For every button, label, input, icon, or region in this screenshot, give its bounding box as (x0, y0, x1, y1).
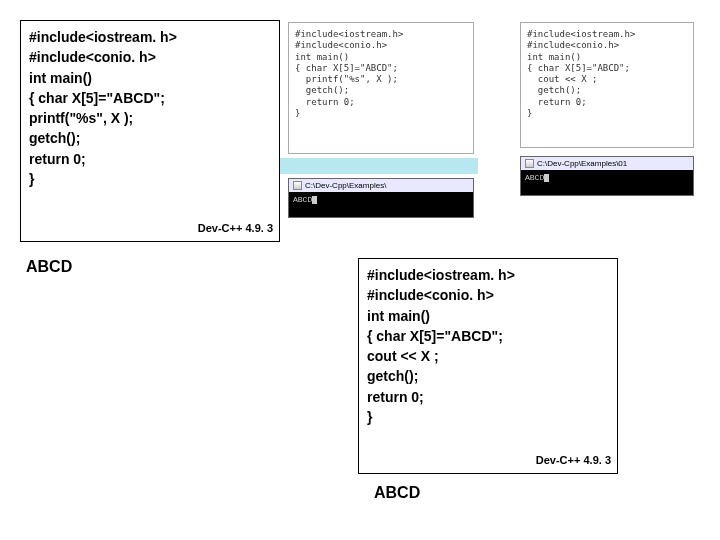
console-output: ABCD (525, 173, 544, 182)
console-output: ABCD (293, 195, 312, 204)
console-titlebar: C:\Dev-Cpp\Examples\01 (521, 157, 693, 170)
console-title-text: C:\Dev-Cpp\Examples\ (305, 181, 386, 190)
cursor-icon (312, 196, 317, 204)
cmd-icon (293, 181, 302, 190)
code-line: return 0; (367, 387, 609, 407)
code-box-printf: #include<iostream. h> #include<conio. h>… (20, 20, 280, 242)
code-line: } (29, 169, 271, 189)
code-line: { char X[5]="ABCD"; (29, 88, 271, 108)
code-line: cout << X ; (367, 346, 609, 366)
code-box-cout: #include<iostream. h> #include<conio. h>… (358, 258, 618, 474)
code-line: #include<conio. h> (29, 47, 271, 67)
console-titlebar: C:\Dev-Cpp\Examples\ (289, 179, 473, 192)
console-title-text: C:\Dev-Cpp\Examples\01 (537, 159, 627, 168)
console-thumbnail-2: C:\Dev-Cpp\Examples\01 ABCD (520, 156, 694, 196)
code-line: int main() (367, 306, 609, 326)
editor-code: #include<iostream.h> #include<conio.h> i… (295, 29, 467, 119)
code-line: } (367, 407, 609, 427)
code-line: return 0; (29, 149, 271, 169)
output-text-2: ABCD (374, 484, 420, 502)
cursor-icon (544, 174, 549, 182)
highlight-strip (268, 158, 478, 174)
output-text-1: ABCD (26, 258, 72, 276)
code-line: #include<iostream. h> (367, 265, 609, 285)
dev-version-label: Dev-C++ 4.9. 3 (536, 453, 611, 469)
dev-version-label: Dev-C++ 4.9. 3 (198, 221, 273, 237)
code-line: getch(); (367, 366, 609, 386)
console-body: ABCD (289, 192, 473, 207)
code-line: int main() (29, 68, 271, 88)
console-body: ABCD (521, 170, 693, 185)
editor-code: #include<iostream.h> #include<conio.h> i… (527, 29, 687, 119)
editor-thumbnail-cout: #include<iostream.h> #include<conio.h> i… (520, 22, 694, 148)
code-line: getch(); (29, 128, 271, 148)
cmd-icon (525, 159, 534, 168)
editor-thumbnail-printf: #include<iostream.h> #include<conio.h> i… (288, 22, 474, 154)
code-line: { char X[5]="ABCD"; (367, 326, 609, 346)
code-line: printf("%s", X ); (29, 108, 271, 128)
code-line: #include<iostream. h> (29, 27, 271, 47)
console-thumbnail-1: C:\Dev-Cpp\Examples\ ABCD (288, 178, 474, 218)
code-line: #include<conio. h> (367, 285, 609, 305)
